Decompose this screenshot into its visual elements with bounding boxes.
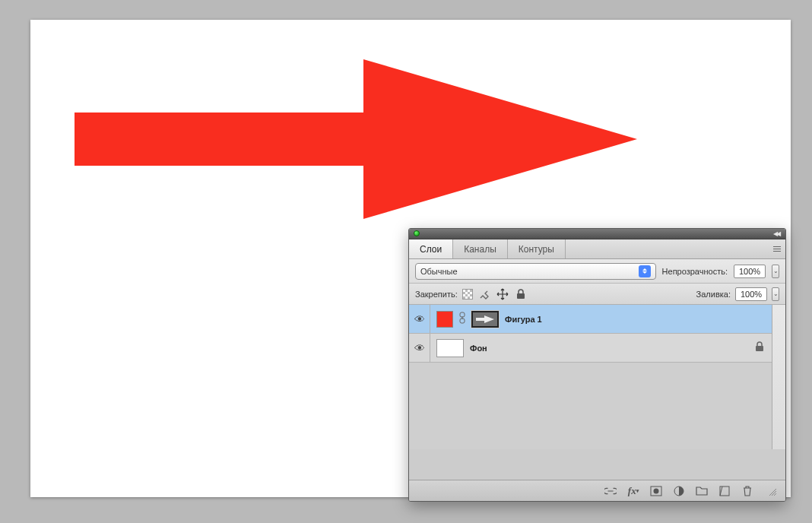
adjustment-layer-icon[interactable]: [673, 485, 685, 497]
vector-mask-thumbnail[interactable]: [471, 311, 499, 328]
tab-layers[interactable]: Слои: [409, 239, 453, 258]
layers-panel: ◀◀ Слои Каналы Контуры Обычные Непрозрач…: [408, 228, 786, 502]
layer-row[interactable]: 👁 Фон: [409, 334, 772, 363]
opacity-nudge[interactable]: ⌄: [772, 265, 779, 278]
svg-marker-5: [476, 315, 494, 323]
layers-list-area: 👁 Фигура 1 👁 Фон: [409, 305, 785, 449]
panel-close-button[interactable]: [414, 230, 420, 236]
arrow-shape[interactable]: [75, 59, 637, 219]
opacity-label: Непрозрачность:: [662, 267, 728, 276]
new-layer-icon[interactable]: [718, 485, 731, 497]
blend-mode-value: Обычные: [420, 267, 458, 276]
lock-transparency-icon[interactable]: [462, 289, 473, 300]
new-group-icon[interactable]: [696, 485, 708, 497]
layer-name[interactable]: Фигура 1: [505, 315, 542, 324]
fill-label: Заливка:: [696, 290, 731, 299]
fill-nudge[interactable]: ⌄: [772, 287, 779, 301]
opacity-value[interactable]: 100%: [734, 265, 766, 278]
panel-menu-button[interactable]: [770, 242, 784, 255]
layer-fx-icon[interactable]: fx▾: [627, 485, 639, 497]
panel-collapse-icon[interactable]: ◀◀: [773, 230, 779, 237]
lock-move-icon[interactable]: [496, 287, 509, 301]
link-layers-icon[interactable]: [604, 485, 617, 497]
visibility-toggle[interactable]: 👁: [409, 334, 430, 362]
link-icon: [459, 312, 465, 326]
layers-scrollbar[interactable]: [772, 305, 785, 449]
panel-titlebar[interactable]: ◀◀: [409, 229, 785, 239]
layer-mask-icon[interactable]: [650, 485, 662, 497]
lock-all-icon[interactable]: [514, 287, 528, 301]
delete-layer-icon[interactable]: [741, 485, 753, 497]
layer-thumbnail[interactable]: [436, 339, 464, 357]
lock-icon: [755, 341, 764, 354]
layer-fill-thumbnail[interactable]: [436, 311, 453, 328]
layer-row-content: Фигура 1: [430, 305, 772, 333]
blend-opacity-row: Обычные Непрозрачность: 100% ⌄: [409, 259, 785, 284]
layer-row[interactable]: 👁 Фигура 1: [409, 305, 772, 334]
lock-label: Закрепить:: [415, 290, 458, 299]
svg-rect-1: [517, 293, 525, 299]
select-arrow-icon: [639, 265, 651, 277]
svg-marker-0: [75, 59, 637, 219]
tab-channels[interactable]: Каналы: [453, 239, 508, 258]
layers-list: 👁 Фигура 1 👁 Фон: [409, 305, 772, 449]
layer-row-content: Фон: [430, 334, 772, 362]
eye-icon: 👁: [414, 342, 425, 354]
tab-paths[interactable]: Контуры: [508, 239, 566, 258]
resize-grip-icon[interactable]: [767, 487, 776, 496]
visibility-toggle[interactable]: 👁: [409, 305, 430, 333]
lock-brush-icon[interactable]: [477, 287, 491, 301]
panel-footer: fx▾: [409, 480, 785, 501]
svg-point-8: [654, 488, 659, 493]
panel-tabs: Слои Каналы Контуры: [409, 239, 785, 259]
svg-rect-6: [756, 346, 763, 351]
eye-icon: 👁: [414, 313, 425, 325]
lock-fill-row: Закрепить: Заливка: 100% ⌄: [409, 284, 785, 305]
fill-value[interactable]: 100%: [735, 287, 767, 301]
layer-name[interactable]: Фон: [470, 344, 487, 353]
blend-mode-select[interactable]: Обычные: [415, 263, 656, 280]
